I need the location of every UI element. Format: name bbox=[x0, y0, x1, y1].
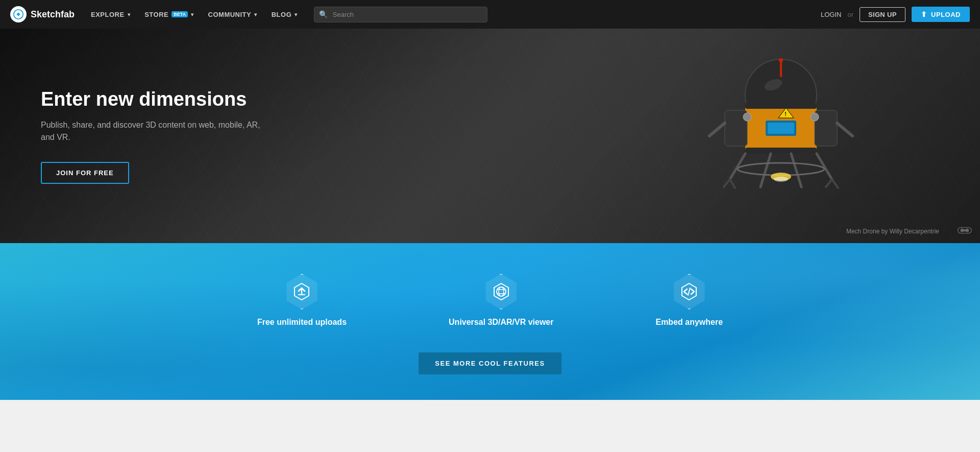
features-row: Free unlimited uploads Universal 3D/AR/V… bbox=[257, 274, 723, 327]
navbar: Sketchfab EXPLORE ▾ STORE BETA ▾ COMMUNI… bbox=[0, 0, 980, 29]
chevron-down-icon: ▾ bbox=[254, 12, 257, 17]
or-text: or bbox=[847, 11, 853, 18]
nav-right: LOGIN or SIGN UP ⬆ UPLOAD bbox=[821, 7, 970, 22]
svg-line-42 bbox=[688, 288, 690, 295]
hero-section: Enter new dimensions Publish, share, and… bbox=[0, 29, 980, 243]
drone-illustration: ! bbox=[694, 34, 868, 238]
chevron-down-icon: ▾ bbox=[191, 12, 194, 17]
nav-item-store[interactable]: STORE BETA ▾ bbox=[138, 7, 200, 22]
feature-globe-icon-wrap bbox=[483, 274, 519, 310]
nav-links: EXPLORE ▾ STORE BETA ▾ COMMUNITY ▾ BLOG … bbox=[85, 7, 821, 22]
svg-line-22 bbox=[724, 179, 730, 187]
svg-rect-5 bbox=[745, 103, 817, 109]
feature-upload-icon-wrap bbox=[284, 274, 320, 310]
see-more-features-button[interactable]: SEE MORE COOL FEATURES bbox=[419, 352, 561, 374]
upload-icon bbox=[292, 282, 311, 301]
code-icon bbox=[680, 282, 698, 301]
svg-point-3 bbox=[779, 58, 783, 62]
svg-point-37 bbox=[497, 287, 506, 296]
login-link[interactable]: LOGIN bbox=[821, 11, 841, 18]
chevron-down-icon: ▾ bbox=[295, 12, 298, 17]
svg-line-24 bbox=[826, 179, 832, 187]
chevron-down-icon: ▾ bbox=[128, 12, 131, 17]
brand-logo bbox=[10, 6, 27, 22]
svg-point-26 bbox=[743, 113, 751, 121]
feature-code-icon-wrap bbox=[671, 274, 707, 310]
search-input[interactable] bbox=[314, 7, 487, 22]
vr-icon bbox=[958, 226, 972, 237]
hero-3d-model: ! bbox=[684, 29, 878, 243]
svg-point-21 bbox=[774, 177, 788, 182]
svg-text:!: ! bbox=[785, 111, 786, 117]
beta-badge: BETA bbox=[172, 11, 188, 17]
feature-label-viewer: Universal 3D/AR/VR viewer bbox=[449, 318, 553, 327]
feature-label-uploads: Free unlimited uploads bbox=[257, 318, 347, 327]
svg-line-18 bbox=[791, 154, 801, 187]
search-icon: 🔍 bbox=[319, 10, 328, 18]
svg-rect-10 bbox=[768, 123, 794, 134]
svg-point-30 bbox=[961, 229, 964, 232]
svg-point-31 bbox=[965, 229, 969, 232]
svg-line-23 bbox=[730, 179, 735, 188]
search-bar: 🔍 bbox=[314, 7, 487, 22]
svg-rect-32 bbox=[964, 229, 966, 231]
globe-icon bbox=[492, 282, 510, 301]
signup-button[interactable]: SIGN UP bbox=[860, 7, 905, 22]
brand-name: Sketchfab bbox=[31, 9, 75, 20]
hero-title: Enter new dimensions bbox=[41, 88, 265, 111]
svg-line-17 bbox=[761, 154, 771, 187]
brand-logo-link[interactable]: Sketchfab bbox=[10, 6, 75, 22]
feature-item-viewer: Universal 3D/AR/VR viewer bbox=[449, 274, 553, 327]
join-for-free-button[interactable]: JOIN FOR FREE bbox=[41, 162, 129, 184]
hero-credit: Mech Drone by Willy Decarpentrie bbox=[846, 228, 939, 235]
svg-rect-2 bbox=[780, 62, 782, 77]
feature-item-uploads: Free unlimited uploads bbox=[257, 274, 347, 327]
nav-item-explore[interactable]: EXPLORE ▾ bbox=[85, 7, 136, 22]
upload-icon: ⬆ bbox=[921, 10, 927, 18]
svg-line-25 bbox=[832, 179, 838, 188]
feature-label-embed: Embed anywhere bbox=[655, 318, 723, 327]
hero-subtitle: Publish, share, and discover 3D content … bbox=[41, 119, 265, 144]
hero-content: Enter new dimensions Publish, share, and… bbox=[0, 57, 306, 215]
features-section: Free unlimited uploads Universal 3D/AR/V… bbox=[0, 243, 980, 400]
feature-item-embed: Embed anywhere bbox=[655, 274, 723, 327]
nav-item-blog[interactable]: BLOG ▾ bbox=[265, 7, 304, 22]
svg-point-38 bbox=[499, 287, 504, 296]
svg-point-27 bbox=[811, 113, 819, 121]
upload-button[interactable]: ⬆ UPLOAD bbox=[912, 7, 970, 22]
svg-line-13 bbox=[709, 123, 725, 136]
svg-line-14 bbox=[837, 123, 852, 136]
svg-rect-6 bbox=[745, 148, 817, 154]
nav-item-community[interactable]: COMMUNITY ▾ bbox=[202, 7, 263, 22]
